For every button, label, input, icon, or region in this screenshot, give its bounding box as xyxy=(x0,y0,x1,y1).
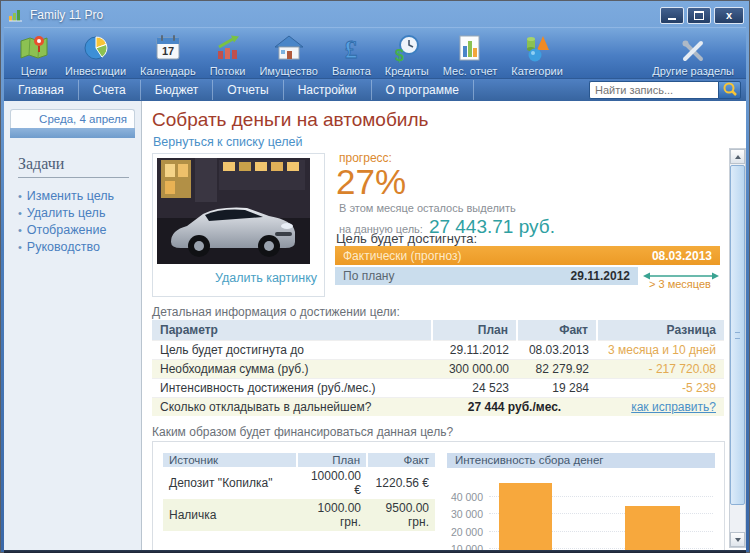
scroll-down-button[interactable] xyxy=(730,532,745,547)
tools-icon xyxy=(680,32,706,64)
menu-item-budget[interactable]: Бюджет xyxy=(141,80,213,100)
toolbar-label: Другие разделы xyxy=(652,65,734,77)
sidebar: Среда, 4 апреля Задачи •Изменить цель •У… xyxy=(4,101,142,550)
minimize-button[interactable] xyxy=(660,7,684,24)
chart-bar xyxy=(625,506,680,550)
tasks-list: •Изменить цель •Удалить цель •Отображени… xyxy=(18,188,141,256)
sidebar-item-edit-goal[interactable]: •Изменить цель xyxy=(18,188,141,205)
toolbar-item-categories[interactable]: Категории xyxy=(504,32,570,77)
window-title: Family 11 Pro xyxy=(30,8,103,22)
table-row: Наличка 1000.00 грн. 9500.00 грн. xyxy=(163,499,435,531)
scrollbar-thumb[interactable] xyxy=(730,165,745,505)
table-row: Интенсивность достижения (руб./мес.) 24 … xyxy=(152,379,724,398)
toolbar-label: Кредиты xyxy=(385,65,429,77)
back-to-goals-link[interactable]: Вернуться к списку целей xyxy=(153,135,302,149)
sidebar-date: Среда, 4 апреля xyxy=(10,109,135,128)
toolbar: Цели Инвестиции 17 Календарь Потоки Имущ… xyxy=(4,27,746,78)
thumb-grip-icon xyxy=(735,332,740,339)
plan-label: По плану xyxy=(343,269,394,283)
search-button[interactable] xyxy=(718,81,741,99)
app-window: Family 11 Pro x Цели Инвестиции 17 Кален… xyxy=(0,0,750,553)
forecast-date: 08.03.2013 xyxy=(652,249,712,263)
plan-date: 29.11.2012 xyxy=(571,269,630,283)
sidebar-item-label: Изменить цель xyxy=(27,188,114,205)
intensity-chart: Интенсивность сбора денег 10 000 20 000 … xyxy=(447,453,715,550)
bullet-icon: • xyxy=(18,239,22,256)
delete-image-link[interactable]: Удалить картинку xyxy=(157,268,320,285)
progress-value: 27% xyxy=(336,162,406,202)
maximize-button[interactable] xyxy=(687,7,711,24)
toolbar-item-other-sections[interactable]: Другие разделы xyxy=(652,32,738,77)
sidebar-item-label: Руководство xyxy=(27,239,100,256)
menu-item-settings[interactable]: Настройки xyxy=(284,80,372,100)
sidebar-item-manual[interactable]: •Руководство xyxy=(18,239,141,256)
svg-text:£: £ xyxy=(345,36,358,63)
y-axis-label: 30 000 xyxy=(447,508,483,520)
forecast-label: Фактически (прогноз) xyxy=(343,249,461,263)
content-area: Среда, 4 апреля Задачи •Изменить цель •У… xyxy=(4,101,746,550)
toolbar-item-flows[interactable]: Потоки xyxy=(203,32,253,77)
menu-item-reports[interactable]: Отчеты xyxy=(213,80,283,100)
details-title: Детальная информация о достижении цели: xyxy=(152,305,400,319)
col-plan: План xyxy=(432,320,517,341)
search-input[interactable] xyxy=(589,81,718,99)
search-box xyxy=(589,81,741,99)
toolbar-label: Мес. отчет xyxy=(443,65,497,77)
col-source: Источник xyxy=(163,453,297,467)
goal-page: Собрать деньги на автомобиль Вернуться к… xyxy=(143,101,729,550)
chart-title: Интенсивность сбора денег xyxy=(447,453,715,468)
y-axis-label: 20 000 xyxy=(447,526,483,538)
toolbar-item-goals[interactable]: Цели xyxy=(10,32,58,77)
toolbar-item-calendar[interactable]: 17 Календарь xyxy=(133,32,203,77)
sidebar-item-delete-goal[interactable]: •Удалить цель xyxy=(18,205,141,222)
vertical-scrollbar[interactable] xyxy=(729,148,746,548)
toolbar-item-credits[interactable]: $ Кредиты xyxy=(378,32,436,77)
menu-item-accounts[interactable]: Счета xyxy=(79,80,141,100)
scroll-up-button[interactable] xyxy=(730,149,745,164)
bullet-icon: • xyxy=(18,222,22,239)
toolbar-label: Инвестиции xyxy=(65,65,126,77)
col-fact: Факт xyxy=(367,453,435,467)
table-footer-row: Сколько откладывать в дальнейшем? 27 444… xyxy=(152,398,724,417)
table-header-row: Параметр План Факт Разница xyxy=(152,320,724,341)
table-row: Необходимая сумма (руб.) 300 000.00 82 2… xyxy=(152,360,724,379)
table-row: Депозит "Копилка" 10000.00 € 1220.56 € xyxy=(163,467,435,499)
minimize-icon xyxy=(668,18,676,20)
toolbar-item-currency[interactable]: £ Валюта xyxy=(325,32,378,77)
y-axis-label: 10 000 xyxy=(447,543,483,550)
sidebar-accent-band xyxy=(10,128,135,138)
plan-bar: По плану 29.11.2012 xyxy=(335,267,638,285)
toolbar-label: Потоки xyxy=(210,65,246,77)
window-controls: x xyxy=(657,7,744,24)
clock-dollar-icon: $ xyxy=(390,32,424,64)
table-header-row: Источник План Факт xyxy=(163,453,435,467)
titlebar: Family 11 Pro x xyxy=(4,3,746,27)
toolbar-label: Категории xyxy=(511,65,563,77)
sources-table: Источник План Факт Депозит "Копилка" 100… xyxy=(163,453,435,531)
table-row: Цель будет достигнута до 29.11.2012 08.0… xyxy=(152,341,724,360)
toolbar-item-investments[interactable]: Инвестиции xyxy=(58,32,133,77)
toolbar-item-property[interactable]: Имущество xyxy=(252,32,325,77)
page-title: Собрать деньги на автомобиль xyxy=(152,109,428,131)
menu-item-home[interactable]: Главная xyxy=(4,80,79,100)
toolbar-label: Календарь xyxy=(140,65,196,77)
goal-image-card: Удалить картинку xyxy=(152,153,325,297)
toolbar-item-monthly-report[interactable]: Мес. отчет xyxy=(436,32,504,77)
close-button[interactable]: x xyxy=(714,7,744,24)
col-plan: План xyxy=(297,453,367,467)
search-icon xyxy=(722,81,738,100)
menu-bar: Главная Счета Бюджет Отчеты Настройки О … xyxy=(4,78,746,101)
how-to-fix-link[interactable]: как исправить? xyxy=(631,400,716,414)
toolbar-label: Имущество xyxy=(259,65,318,77)
bullet-icon: • xyxy=(18,205,22,222)
remaining-text-line1: В этом месяце осталось выделить xyxy=(339,202,516,214)
toolbar-label: Цели xyxy=(21,65,47,77)
sidebar-item-label: Удалить цель xyxy=(27,205,106,222)
sidebar-item-display[interactable]: •Отображение xyxy=(18,222,141,239)
flows-chart-arrow-icon xyxy=(211,32,245,64)
close-icon: x xyxy=(726,10,732,21)
tasks-heading: Задачи xyxy=(18,155,129,178)
financing-panel: Источник План Факт Депозит "Копилка" 100… xyxy=(152,441,725,550)
goals-map-pin-icon xyxy=(17,32,51,64)
menu-item-about[interactable]: О программе xyxy=(372,80,474,100)
